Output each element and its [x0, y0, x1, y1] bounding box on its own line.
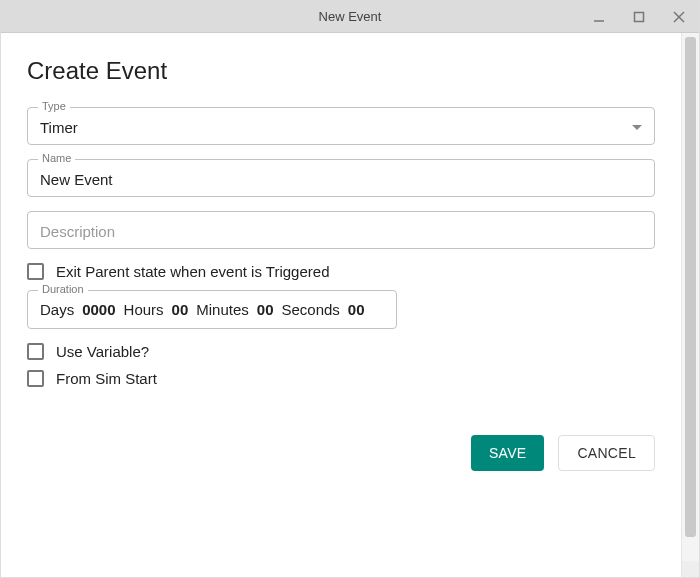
scrollbar-corner	[682, 561, 699, 577]
dialog-content: Create Event Type Timer Name New Event D…	[1, 33, 681, 577]
vertical-scrollbar[interactable]	[681, 33, 699, 577]
minutes-value[interactable]: 00	[257, 301, 274, 318]
name-field[interactable]: Name New Event	[27, 159, 655, 197]
type-select[interactable]: Type Timer	[27, 107, 655, 145]
minutes-label: Minutes	[196, 301, 249, 318]
window-title: New Event	[319, 9, 382, 24]
description-placeholder: Description	[40, 223, 115, 240]
use-variable-checkbox-row[interactable]: Use Variable?	[27, 343, 655, 360]
seconds-label: Seconds	[281, 301, 339, 318]
exit-parent-checkbox-row[interactable]: Exit Parent state when event is Triggere…	[27, 263, 655, 280]
chevron-down-icon	[632, 125, 642, 130]
svg-rect-1	[635, 12, 644, 21]
save-button[interactable]: SAVE	[471, 435, 545, 471]
duration-group[interactable]: Duration Days 0000 Hours 00 Minutes 00 S…	[27, 290, 397, 329]
scrollbar-thumb[interactable]	[685, 37, 696, 537]
titlebar: New Event	[1, 1, 699, 33]
cancel-button[interactable]: CANCEL	[558, 435, 655, 471]
use-variable-label: Use Variable?	[56, 343, 149, 360]
days-label: Days	[40, 301, 74, 318]
dialog-footer: SAVE CANCEL	[27, 435, 655, 471]
description-field[interactable]: Description	[27, 211, 655, 249]
type-label: Type	[38, 100, 70, 112]
seconds-value[interactable]: 00	[348, 301, 365, 318]
from-sim-checkbox-row[interactable]: From Sim Start	[27, 370, 655, 387]
days-value[interactable]: 0000	[82, 301, 115, 318]
name-label: Name	[38, 152, 75, 164]
hours-label: Hours	[124, 301, 164, 318]
maximize-button[interactable]	[619, 1, 659, 32]
hours-value[interactable]: 00	[172, 301, 189, 318]
exit-parent-label: Exit Parent state when event is Triggere…	[56, 263, 329, 280]
use-variable-checkbox[interactable]	[27, 343, 44, 360]
type-value: Timer	[40, 119, 78, 136]
page-title: Create Event	[27, 57, 655, 85]
window-controls	[579, 1, 699, 32]
dialog-window: New Event Create Event Type Timer	[0, 0, 700, 578]
close-button[interactable]	[659, 1, 699, 32]
from-sim-checkbox[interactable]	[27, 370, 44, 387]
duration-label: Duration	[38, 283, 88, 295]
name-value: New Event	[40, 171, 113, 188]
exit-parent-checkbox[interactable]	[27, 263, 44, 280]
minimize-button[interactable]	[579, 1, 619, 32]
from-sim-label: From Sim Start	[56, 370, 157, 387]
